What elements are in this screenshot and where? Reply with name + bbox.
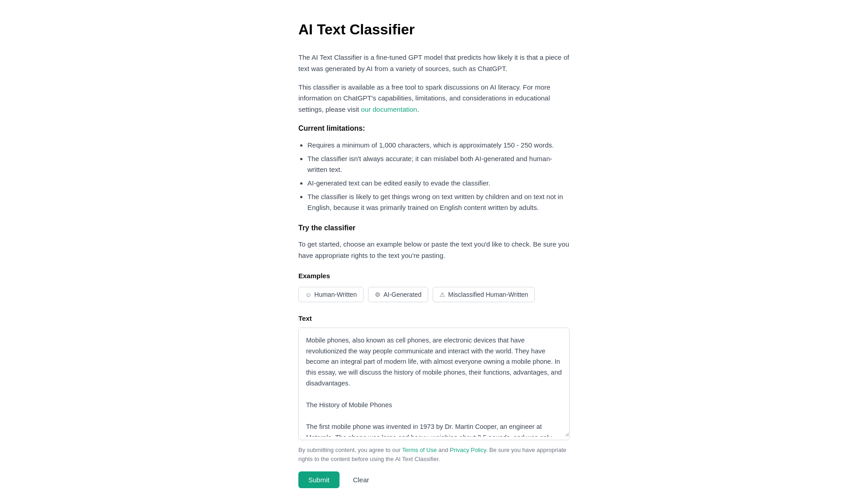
example-misclassified-button[interactable]: ⚠ Misclassified Human-Written — [433, 287, 535, 302]
limitation-item: The classifier is likely to get things w… — [307, 191, 570, 213]
limitations-list: Requires a minimum of 1,000 characters, … — [307, 140, 570, 213]
text-label: Text — [298, 313, 570, 324]
documentation-link[interactable]: our documentation — [361, 105, 417, 113]
limitation-item: AI-generated text can be edited easily t… — [307, 178, 570, 189]
warning-icon: ⚠ — [439, 291, 445, 298]
submit-button[interactable]: Submit — [298, 471, 340, 488]
examples-heading: Examples — [298, 271, 570, 281]
action-buttons: Submit Clear — [298, 471, 570, 488]
example-ai-generated-button[interactable]: ⚙ AI-Generated — [368, 287, 428, 302]
try-section: Try the classifier To get started, choos… — [298, 222, 570, 488]
terms-of-use-link[interactable]: Terms of Use — [402, 447, 437, 453]
limitation-item: The classifier isn't always accurate; it… — [307, 153, 570, 175]
robot-icon: ⚙ — [375, 291, 381, 298]
limitation-item: Requires a minimum of 1,000 characters, … — [307, 140, 570, 151]
text-area-wrapper — [298, 328, 570, 441]
description-2: This classifier is available as a free t… — [298, 82, 570, 115]
example-human-written-label: Human-Written — [314, 291, 357, 298]
limitations-heading: Current limitations: — [298, 123, 570, 134]
privacy-policy-link[interactable]: Privacy Policy — [450, 447, 486, 453]
try-classifier-heading: Try the classifier — [298, 222, 570, 234]
examples-buttons-group: ☺ Human-Written ⚙ AI-Generated ⚠ Misclas… — [298, 287, 570, 302]
example-ai-generated-label: AI-Generated — [383, 291, 421, 298]
page-container: AI Text Classifier The AI Text Classifie… — [289, 0, 579, 504]
page-title: AI Text Classifier — [298, 18, 570, 41]
example-misclassified-label: Misclassified Human-Written — [448, 291, 528, 298]
try-description: To get started, choose an example below … — [298, 239, 570, 262]
description-1: The AI Text Classifier is a fine-tuned G… — [298, 52, 570, 75]
clear-button[interactable]: Clear — [345, 471, 377, 488]
example-human-written-button[interactable]: ☺ Human-Written — [298, 287, 363, 302]
person-icon: ☺ — [305, 291, 311, 298]
disclaimer-text: By submitting content, you agree to our … — [298, 446, 570, 464]
text-input[interactable] — [299, 328, 569, 437]
